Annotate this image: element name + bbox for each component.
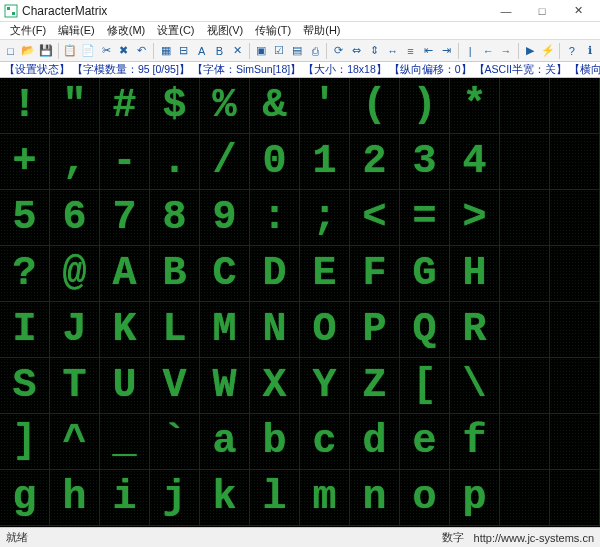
grid-cell[interactable]: o — [400, 470, 450, 526]
zoom-out-icon[interactable]: ⊟ — [175, 42, 192, 60]
grid-cell[interactable]: S — [0, 358, 50, 414]
grid-cell[interactable]: : — [250, 190, 300, 246]
export-icon[interactable]: ⎙ — [307, 42, 324, 60]
grid-cell[interactable]: ] — [0, 414, 50, 470]
open-icon[interactable]: 📂 — [20, 42, 37, 60]
grid-cell[interactable] — [500, 134, 550, 190]
grid-cell[interactable]: C — [200, 246, 250, 302]
select-icon[interactable]: ▣ — [253, 42, 270, 60]
grid-cell[interactable]: d — [350, 414, 400, 470]
grid-cell[interactable]: c — [300, 414, 350, 470]
grid-cell[interactable]: D — [250, 246, 300, 302]
grid-cell[interactable]: M — [200, 302, 250, 358]
grid-cell[interactable]: = — [400, 190, 450, 246]
grid-cell[interactable]: A — [100, 246, 150, 302]
grid-cell[interactable]: Q — [400, 302, 450, 358]
flip-v-icon[interactable]: ⇕ — [366, 42, 383, 60]
font-icon[interactable]: A — [193, 42, 210, 60]
close-button[interactable]: ✕ — [560, 0, 596, 22]
grid-cell[interactable] — [500, 358, 550, 414]
menu-item-2[interactable]: 修改(M) — [101, 23, 152, 38]
paste-icon[interactable]: 📄 — [80, 42, 97, 60]
grid-cell[interactable]: V — [150, 358, 200, 414]
grid-cell[interactable]: H — [450, 246, 500, 302]
grid-cell[interactable]: P — [350, 302, 400, 358]
grid-cell[interactable]: k — [200, 470, 250, 526]
delete-icon[interactable]: ✖ — [115, 42, 132, 60]
rotate-icon[interactable]: ⟳ — [330, 42, 347, 60]
grid-cell[interactable]: 0 — [250, 134, 300, 190]
maximize-button[interactable]: □ — [524, 0, 560, 22]
grid-cell[interactable] — [500, 190, 550, 246]
grid-cell[interactable]: # — [100, 78, 150, 134]
grid-cell[interactable]: 3 — [400, 134, 450, 190]
grid-cell[interactable]: 1 — [300, 134, 350, 190]
shift-left-icon[interactable]: ⇤ — [420, 42, 437, 60]
grid-cell[interactable]: 6 — [50, 190, 100, 246]
grid-cell[interactable] — [550, 190, 600, 246]
minimize-button[interactable]: — — [488, 0, 524, 22]
shift-right-icon[interactable]: ⇥ — [438, 42, 455, 60]
grid-cell[interactable] — [500, 414, 550, 470]
new-icon[interactable]: □ — [2, 42, 19, 60]
help-icon[interactable]: ? — [563, 42, 580, 60]
grid-cell[interactable]: U — [100, 358, 150, 414]
grid-cell[interactable]: I — [0, 302, 50, 358]
grid-cell[interactable]: $ — [150, 78, 200, 134]
grid-cell[interactable]: 5 — [0, 190, 50, 246]
grid-cell[interactable]: . — [150, 134, 200, 190]
grid-cell[interactable]: 2 — [350, 134, 400, 190]
grid-cell[interactable]: ( — [350, 78, 400, 134]
grid-cell[interactable]: < — [350, 190, 400, 246]
grid-cell[interactable] — [550, 414, 600, 470]
character-grid-canvas[interactable]: !"#$%&'()*+,-./0123456789:;<=>?@ABCDEFGH… — [0, 78, 600, 527]
copy-icon[interactable]: 📋 — [62, 42, 79, 60]
grid-cell[interactable]: " — [50, 78, 100, 134]
grid-cell[interactable]: l — [250, 470, 300, 526]
grid-cell[interactable] — [550, 134, 600, 190]
grid-cell[interactable]: _ — [100, 414, 150, 470]
grid-cell[interactable]: 9 — [200, 190, 250, 246]
grid-cell[interactable]: N — [250, 302, 300, 358]
grid-cell[interactable]: i — [100, 470, 150, 526]
menu-item-4[interactable]: 视图(V) — [201, 23, 250, 38]
grid-cell[interactable] — [550, 358, 600, 414]
grid-cell[interactable]: * — [450, 78, 500, 134]
grid-cell[interactable]: ` — [150, 414, 200, 470]
image-icon[interactable]: ▤ — [289, 42, 306, 60]
grid-cell[interactable]: ) — [400, 78, 450, 134]
grid-cell[interactable]: @ — [50, 246, 100, 302]
run-icon[interactable]: ▶ — [522, 42, 539, 60]
tool-wrench-icon[interactable]: ✕ — [229, 42, 246, 60]
grid-cell[interactable]: ^ — [50, 414, 100, 470]
grid-cell[interactable]: W — [200, 358, 250, 414]
grid-cell[interactable]: \ — [450, 358, 500, 414]
grid-cell[interactable]: Z — [350, 358, 400, 414]
grid-cell[interactable]: - — [100, 134, 150, 190]
grid-cell[interactable]: & — [250, 78, 300, 134]
grid-cell[interactable]: p — [450, 470, 500, 526]
grid-cell[interactable]: m — [300, 470, 350, 526]
grid-cell[interactable]: G — [400, 246, 450, 302]
menu-item-5[interactable]: 传输(T) — [249, 23, 297, 38]
grid-cell[interactable]: 8 — [150, 190, 200, 246]
align-icon[interactable]: ≡ — [402, 42, 419, 60]
grid-cell[interactable]: 4 — [450, 134, 500, 190]
grid-cell[interactable] — [550, 470, 600, 526]
grid-cell[interactable]: Y — [300, 358, 350, 414]
grid-cell[interactable]: b — [250, 414, 300, 470]
grid-cell[interactable]: 7 — [100, 190, 150, 246]
grid-cell[interactable] — [500, 302, 550, 358]
grid-cell[interactable]: ' — [300, 78, 350, 134]
grid-cell[interactable] — [550, 78, 600, 134]
grid-cell[interactable]: e — [400, 414, 450, 470]
grid-cell[interactable]: a — [200, 414, 250, 470]
grid-cell[interactable]: + — [0, 134, 50, 190]
grid-cell[interactable]: T — [50, 358, 100, 414]
grid-cell[interactable] — [550, 246, 600, 302]
bold-icon[interactable]: B — [211, 42, 228, 60]
grid-cell[interactable] — [500, 78, 550, 134]
grid-cell[interactable]: ; — [300, 190, 350, 246]
grid-cell[interactable]: L — [150, 302, 200, 358]
grid-cell[interactable]: , — [50, 134, 100, 190]
